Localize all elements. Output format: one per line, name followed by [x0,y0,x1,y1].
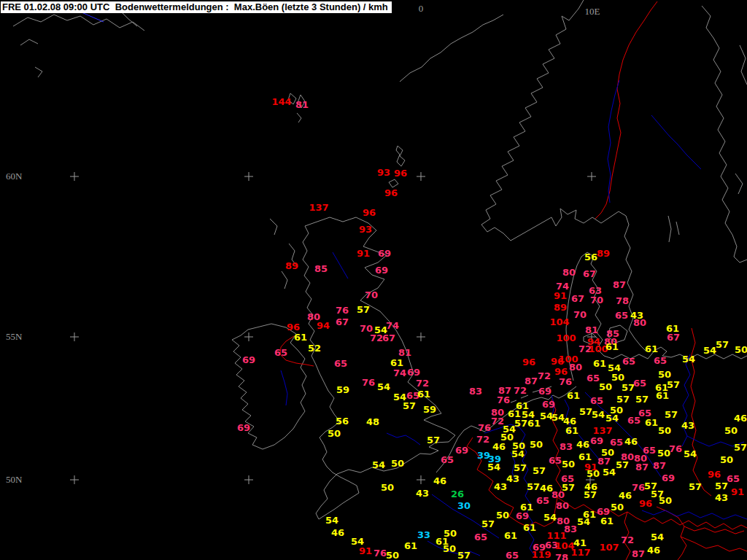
station-value: 57 [579,407,592,416]
station-value: 87 [635,462,649,472]
station-value: 65 [536,496,549,505]
station-value: 69 [590,436,603,446]
lon-label: 10E [585,6,600,18]
station-value: 87 [653,461,666,470]
station-value: 50 [611,502,624,512]
station-value: 80 [551,490,565,499]
station-value: 81 [295,100,309,109]
station-value: 144 [271,97,291,106]
station-value: 30 [457,501,471,510]
grid-cross [70,332,79,341]
station-value: 48 [366,417,379,427]
station-value: 61 [404,541,417,551]
station-value: 100 [556,333,576,343]
station-value: 43 [494,482,507,491]
station-value: 54 [511,449,525,459]
station-value: 61 [656,391,669,400]
station-value: 69 [455,446,468,455]
station-value: 65 [633,378,646,388]
station-value: 74 [386,321,399,330]
station-value: 61 [504,531,517,540]
station-value: 91 [554,291,567,300]
station-value: 43 [681,421,694,430]
station-value: 52 [308,343,321,353]
station-value: 69 [375,265,388,275]
station-value: 76 [669,444,682,454]
station-value: 54 [684,449,697,459]
station-value: 70 [365,290,378,300]
station-value: 72 [621,535,634,545]
station-value: 54 [543,513,557,522]
station-value: 65 [441,455,454,464]
station-value: 72 [416,378,429,388]
lat-label: 55N [6,331,22,343]
station-value: 61 [593,359,606,368]
station-value: 50 [610,405,623,415]
station-value: 96 [554,367,568,376]
station-value: 50 [735,345,747,354]
station-value: 61 [417,389,430,399]
station-value: 46 [331,528,344,537]
station-value: 81 [585,325,598,335]
station-value: 57 [616,394,630,404]
station-value: 50 [611,373,624,382]
station-value: 94 [317,321,330,330]
station-value: 59 [423,405,436,414]
station-value: 72 [370,333,383,343]
lat-label: 60N [6,171,22,182]
station-value: 50 [496,510,509,520]
station-value: 76 [497,395,510,405]
station-value: 65 [654,356,667,365]
station-value: 83 [560,442,573,451]
weather-map: FRE 01.02.08 09:00 UTC Bodenwettermeldun… [0,0,747,560]
station-value: 67 [571,294,584,303]
station-value: 61 [567,391,580,400]
station-value: 65 [622,357,635,366]
station-value: 54 [651,532,664,542]
station-value: 46 [624,437,638,446]
station-value: 96 [522,357,535,367]
station-value: 93 [359,225,372,234]
station-value: 65 [727,474,740,483]
station-value: 65 [590,396,603,405]
station-value: 67 [382,333,395,343]
station-value: 96 [394,168,407,178]
station-value: 69 [538,386,551,396]
station-value: 57 [514,419,527,428]
station-value: 57 [403,401,416,411]
station-value: 50 [328,429,341,438]
station-value: 56 [336,416,349,426]
station-value: 87 [597,456,611,466]
station-value: 56 [584,252,597,262]
station-value: 83 [469,386,482,396]
station-value: 54 [577,517,590,526]
station-value: 50 [386,551,399,560]
station-value: 96 [287,322,300,332]
station-value: 57 [667,380,680,389]
map-title: FRE 01.02.08 09:00 UTC Bodenwettermeldun… [1,1,392,13]
station-value: 80 [569,362,582,372]
station-value: 65 [610,438,623,447]
station-value: 137 [592,426,612,435]
station-value: 61 [565,426,578,435]
station-value: 96 [708,470,721,479]
station-value: 61 [600,516,614,526]
station-value: 50 [562,459,575,469]
grid-cross [244,332,253,341]
station-value: 137 [309,203,328,212]
grid-cross [70,172,79,181]
station-value: 46 [647,545,660,555]
station-value: 89 [554,303,567,312]
station-value: 69 [242,355,255,365]
station-value: 61 [527,419,541,428]
station-value: 50 [599,382,612,392]
station-value: 50 [391,459,404,468]
station-value: 50 [720,455,733,464]
station-value: 72 [476,435,489,444]
station-value: 91 [731,487,744,497]
station-value: 50 [444,529,457,538]
station-value: 65 [506,551,519,560]
station-value: 50 [658,370,671,379]
station-value: 96 [384,188,398,198]
station-value: 65 [549,456,562,465]
